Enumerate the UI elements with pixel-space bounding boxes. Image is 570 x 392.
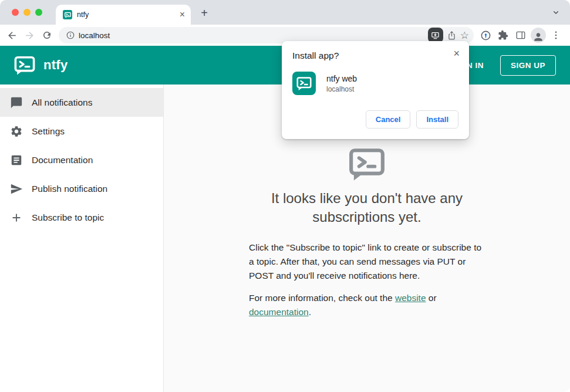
sign-up-button[interactable]: SIGN UP <box>500 55 556 76</box>
avatar-icon <box>531 28 546 43</box>
empty-state-heading: It looks like you don't have any subscri… <box>249 189 485 226</box>
ntfy-app-icon <box>292 72 316 95</box>
browser-menu-kebab-icon[interactable] <box>548 27 564 43</box>
cancel-button[interactable]: Cancel <box>366 110 411 129</box>
brand-title: ntfy <box>43 58 68 73</box>
install-app-dialog: Install app? × ntfy web localhost Cancel… <box>282 41 469 139</box>
empty-state-links-paragraph: For more information, check out the webs… <box>249 291 485 319</box>
sidebar-item-documentation[interactable]: Documentation <box>0 146 163 174</box>
url-text: localhost <box>79 31 424 40</box>
dialog-app-origin: localhost <box>326 85 357 93</box>
tab-title: ntfy <box>77 11 180 19</box>
ntfy-favicon-icon <box>63 10 72 19</box>
dialog-title: Install app? <box>292 50 458 61</box>
chat-icon <box>9 96 23 110</box>
extensions-puzzle-icon[interactable] <box>495 27 511 43</box>
share-icon[interactable] <box>447 31 457 40</box>
sidebar: All notifications Settings Documentation… <box>0 85 164 392</box>
tab-search-chevron-icon[interactable] <box>551 8 561 17</box>
ntfy-logo-large-icon <box>349 146 385 182</box>
empty-state-paragraph: Click the "Subscribe to topic" link to c… <box>249 241 485 283</box>
install-button[interactable]: Install <box>416 110 458 129</box>
window-controls <box>12 9 42 16</box>
new-tab-button[interactable]: + <box>197 5 212 21</box>
profile-avatar[interactable] <box>530 27 547 43</box>
sidebar-item-label: Publish notification <box>32 184 107 194</box>
send-icon <box>9 182 23 196</box>
forward-icon[interactable] <box>21 27 38 43</box>
minimize-window-button[interactable] <box>23 9 31 16</box>
plus-icon <box>9 211 23 225</box>
website-link[interactable]: website <box>395 293 426 303</box>
links-prefix-text: For more information, check out the <box>249 293 395 303</box>
sidebar-item-settings[interactable]: Settings <box>0 117 163 146</box>
links-middle-text: or <box>426 293 437 303</box>
sidebar-item-all-notifications[interactable]: All notifications <box>0 88 163 117</box>
sidebar-item-label: Settings <box>32 126 65 137</box>
links-suffix-text: . <box>309 307 311 317</box>
documentation-link[interactable]: documentation <box>249 307 309 317</box>
sidebar-item-label: Subscribe to topic <box>32 212 104 223</box>
sidebar-item-label: Documentation <box>32 155 93 165</box>
tab-close-icon[interactable]: × <box>180 10 185 19</box>
tab-strip: ntfy × + <box>0 0 570 25</box>
empty-state: It looks like you don't have any subscri… <box>249 146 485 319</box>
close-window-button[interactable] <box>12 9 19 16</box>
article-icon <box>9 153 23 167</box>
bookmark-star-icon[interactable]: ☆ <box>460 31 469 40</box>
dialog-app-name: ntfy web <box>326 74 357 83</box>
sidebar-item-label: All notifications <box>32 97 92 108</box>
ntfy-logo-icon <box>14 55 35 76</box>
gear-icon <box>9 124 23 138</box>
reload-icon[interactable] <box>39 27 55 43</box>
zoom-window-button[interactable] <box>35 9 42 16</box>
browser-tab-ntfy[interactable]: ntfy × <box>56 5 191 25</box>
password-manager-extension-icon[interactable] <box>477 27 494 43</box>
side-panel-icon[interactable] <box>512 27 529 43</box>
dialog-close-icon[interactable]: × <box>453 48 460 59</box>
back-icon[interactable] <box>4 27 20 43</box>
sidebar-item-publish-notification[interactable]: Publish notification <box>0 174 163 203</box>
sidebar-item-subscribe-to-topic[interactable]: Subscribe to topic <box>0 203 163 232</box>
site-info-icon[interactable] <box>66 31 75 40</box>
browser-window: ntfy × + localhost <box>0 0 570 392</box>
